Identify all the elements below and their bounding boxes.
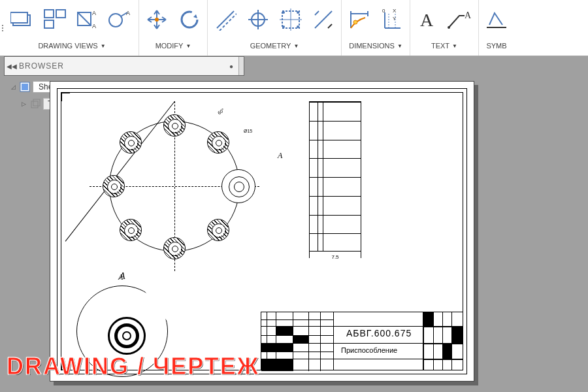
svg-rect-2 [44, 10, 54, 18]
leader-text-icon[interactable]: A [446, 5, 476, 35]
ribbon-label-text: TEXT [431, 42, 449, 50]
svg-point-21 [297, 11, 299, 14]
ribbon-label-text: DIMENSIONS [349, 42, 395, 50]
ribbon-grip[interactable] [0, 0, 5, 56]
bolt-hole [120, 219, 142, 241]
section-view-icon[interactable]: AA [73, 5, 103, 35]
svg-rect-1 [10, 12, 27, 23]
svg-point-20 [282, 11, 285, 14]
dimension-icon[interactable] [344, 5, 374, 35]
svg-text:X: X [393, 8, 397, 14]
watermark-text: DRAWING / ЧЕРТЕЖ [7, 353, 259, 380]
svg-text:A: A [420, 10, 434, 30]
bolt-hole [120, 131, 142, 154]
side-view[interactable] [309, 101, 361, 252]
move-icon[interactable] [142, 5, 172, 35]
drawing-sheet[interactable]: A A 60° Ø15 7.5 A [50, 81, 474, 382]
svg-line-24 [315, 11, 332, 28]
ribbon-label-text: SYMB [486, 42, 506, 50]
svg-rect-43 [22, 84, 28, 90]
bolt-hole [103, 175, 125, 197]
ordinate-dimension-icon[interactable]: 0XY [377, 5, 407, 35]
ribbon-label-dimensions[interactable]: DIMENSIONS▼ [344, 38, 407, 54]
chevron-down-icon: ▼ [186, 43, 191, 49]
ribbon-label-text: MODIFY [155, 42, 184, 50]
svg-point-8 [109, 14, 122, 27]
ribbon-label-text[interactable]: TEXT▼ [413, 38, 476, 54]
surface-finish-icon[interactable] [482, 5, 512, 35]
bolt-hole [163, 237, 186, 259]
svg-text:A: A [126, 10, 130, 16]
expand-toggle-icon[interactable]: ◿ [9, 84, 17, 90]
chevron-down-icon: ▼ [452, 43, 457, 49]
expand-toggle-icon[interactable]: ▷ [20, 101, 27, 107]
ribbon-label-text: DRAWING VIEWS [38, 42, 97, 50]
title-block-right [423, 312, 463, 370]
svg-line-25 [315, 11, 319, 15]
edge-extend-icon[interactable] [308, 5, 338, 35]
ribbon-group-drawing-views: AA A DRAWING VIEWS▼ [5, 0, 139, 56]
component-icon [30, 99, 41, 109]
svg-text:A: A [92, 23, 96, 29]
ribbon-group-geometry: GEOMETRY▼ [208, 0, 342, 56]
ribbon-label-geometry[interactable]: GEOMETRY▼ [210, 38, 338, 54]
browser-panel-header: ◀◀ BROWSER ● [4, 56, 244, 76]
drawing-number: АБВГ.600.675 [346, 328, 412, 338]
base-view-icon[interactable] [8, 5, 38, 35]
chevron-down-icon: ▼ [397, 43, 402, 49]
svg-rect-44 [31, 101, 38, 108]
chevron-down-icon: ▼ [101, 43, 106, 49]
ribbon-group-text: A A TEXT▼ [410, 0, 479, 56]
dimension-width: 7.5 [309, 254, 361, 260]
center-pattern-icon[interactable] [276, 5, 306, 35]
title-block[interactable]: АБВГ.600.675 Приспособление [261, 312, 463, 370]
svg-point-30 [353, 20, 357, 24]
svg-line-26 [328, 24, 332, 28]
svg-text:Y: Y [393, 16, 397, 22]
svg-point-23 [297, 25, 299, 28]
ribbon-label-symbols[interactable]: SYMB [482, 38, 512, 54]
bolt-hole-highlight [221, 169, 255, 203]
dimension-callout: 60° [217, 108, 225, 116]
drawing-name: Приспособление [341, 346, 397, 354]
svg-text:A: A [465, 10, 472, 20]
svg-point-11 [182, 12, 197, 27]
ribbon-group-symbols: SYMB [479, 0, 514, 56]
projected-view-icon[interactable] [41, 5, 71, 35]
detail-ring [122, 331, 131, 340]
ribbon-toolbar: AA A DRAWING VIEWS▼ MODIFY▼ [0, 0, 588, 56]
pin-panel-icon[interactable]: ● [224, 63, 238, 70]
bolt-hole [207, 131, 229, 154]
center-mark-icon[interactable] [243, 5, 273, 35]
plan-view[interactable]: A A 60° Ø15 [90, 101, 259, 271]
svg-rect-4 [44, 20, 54, 28]
frame-corner [61, 92, 70, 101]
svg-point-39 [448, 26, 450, 29]
section-label: A [278, 151, 282, 161]
ribbon-group-modify: MODIFY▼ [139, 0, 208, 56]
rotate-icon[interactable] [174, 5, 204, 35]
svg-rect-3 [56, 10, 65, 18]
ribbon-group-dimensions: 0XY DIMENSIONS▼ [342, 0, 410, 56]
svg-text:A: A [92, 10, 96, 16]
text-icon[interactable]: A [413, 5, 443, 35]
detail-label: A [120, 271, 125, 282]
centerline-icon[interactable] [210, 5, 240, 35]
bolt-hole [163, 114, 186, 137]
svg-rect-45 [33, 99, 40, 106]
ribbon-label-drawing-views[interactable]: DRAWING VIEWS▼ [8, 38, 136, 54]
svg-point-10 [155, 18, 159, 22]
svg-text:0: 0 [382, 8, 385, 14]
ribbon-label-modify[interactable]: MODIFY▼ [142, 38, 204, 54]
bolt-hole [207, 219, 229, 241]
ribbon-label-text: GEOMETRY [250, 42, 291, 50]
detail-view-icon[interactable]: A [106, 5, 136, 35]
dimension-callout: Ø15 [244, 129, 252, 133]
chevron-down-icon: ▼ [293, 43, 299, 49]
svg-point-22 [282, 25, 285, 28]
collapse-panel-icon[interactable]: ◀◀ [5, 63, 19, 70]
sheet-icon [20, 82, 30, 92]
browser-title: BROWSER [19, 61, 224, 71]
panel-resize-handle[interactable] [238, 57, 244, 75]
